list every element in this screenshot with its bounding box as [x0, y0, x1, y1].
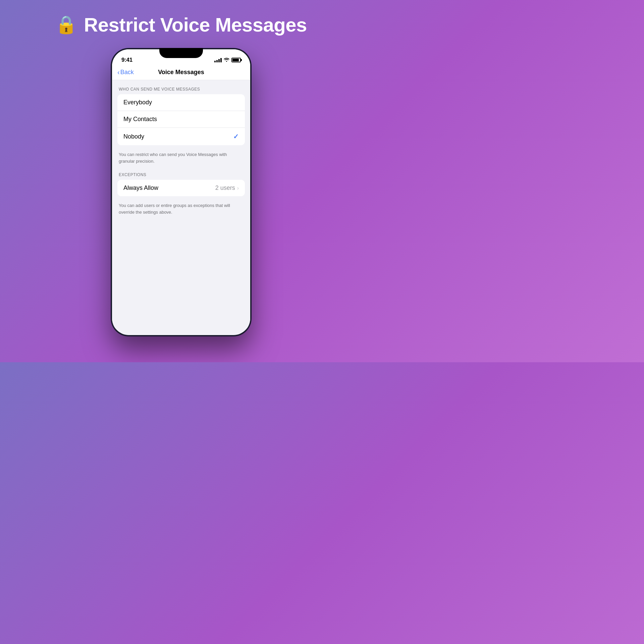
who-can-send-label: WHO CAN SEND ME VOICE MESSAGES [112, 87, 250, 92]
always-allow-label: Always Allow [123, 184, 158, 192]
back-label[interactable]: Back [120, 69, 134, 76]
my-contacts-option[interactable]: My Contacts [117, 111, 245, 128]
signal-icon [214, 58, 222, 62]
content-area: WHO CAN SEND ME VOICE MESSAGES Everybody… [112, 80, 250, 328]
phone-inner: 9:41 [112, 49, 250, 335]
wifi-icon [224, 57, 229, 63]
chevron-right-icon: › [237, 185, 239, 191]
notch [159, 48, 203, 58]
status-icons [214, 57, 241, 63]
nav-bar: ‹ Back Voice Messages [112, 66, 250, 80]
everybody-option[interactable]: Everybody [117, 94, 245, 111]
back-chevron-icon: ‹ [117, 68, 120, 76]
exceptions-list: Always Allow 2 users › [117, 180, 245, 196]
exceptions-section: EXCEPTIONS Always Allow 2 users › You ca… [112, 172, 250, 221]
who-can-send-list: Everybody My Contacts Nobody ✓ [117, 94, 245, 145]
always-allow-item[interactable]: Always Allow 2 users › [117, 180, 245, 196]
always-allow-right: 2 users › [215, 184, 239, 192]
exceptions-description: You can add users or entire groups as ex… [112, 199, 250, 221]
everybody-label: Everybody [123, 99, 152, 106]
nobody-label: Nobody [123, 133, 144, 140]
back-button[interactable]: ‹ Back [117, 68, 134, 76]
battery-icon [231, 58, 241, 62]
exceptions-label: EXCEPTIONS [112, 172, 250, 177]
who-can-send-section: WHO CAN SEND ME VOICE MESSAGES Everybody… [112, 87, 250, 170]
nobody-option[interactable]: Nobody ✓ [117, 128, 245, 145]
always-allow-value: 2 users [215, 184, 235, 192]
who-can-send-description: You can restrict who can send you Voice … [112, 148, 250, 170]
my-contacts-label: My Contacts [123, 116, 157, 123]
nav-title: Voice Messages [158, 69, 204, 76]
selected-checkmark-icon: ✓ [233, 132, 239, 141]
page-title: Restrict Voice Messages [84, 13, 307, 36]
page-title-row: 🔒 Restrict Voice Messages [55, 13, 307, 36]
lock-icon: 🔒 [55, 14, 77, 35]
phone-shell: 9:41 [111, 48, 252, 336]
status-time: 9:41 [121, 57, 132, 63]
